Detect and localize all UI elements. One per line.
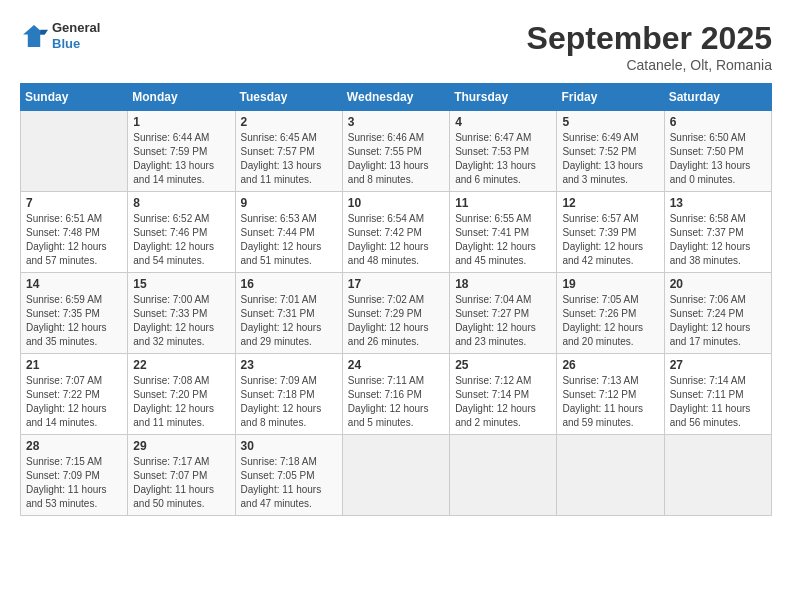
day-number: 25	[455, 358, 551, 372]
calendar-cell: 1Sunrise: 6:44 AM Sunset: 7:59 PM Daylig…	[128, 111, 235, 192]
day-info: Sunrise: 7:14 AM Sunset: 7:11 PM Dayligh…	[670, 374, 766, 430]
day-number: 22	[133, 358, 229, 372]
calendar-table: SundayMondayTuesdayWednesdayThursdayFrid…	[20, 83, 772, 516]
day-info: Sunrise: 6:49 AM Sunset: 7:52 PM Dayligh…	[562, 131, 658, 187]
day-info: Sunrise: 7:13 AM Sunset: 7:12 PM Dayligh…	[562, 374, 658, 430]
calendar-cell: 22Sunrise: 7:08 AM Sunset: 7:20 PM Dayli…	[128, 354, 235, 435]
day-info: Sunrise: 6:50 AM Sunset: 7:50 PM Dayligh…	[670, 131, 766, 187]
location: Catanele, Olt, Romania	[527, 57, 772, 73]
weekday-header-monday: Monday	[128, 84, 235, 111]
calendar-cell: 14Sunrise: 6:59 AM Sunset: 7:35 PM Dayli…	[21, 273, 128, 354]
day-info: Sunrise: 7:11 AM Sunset: 7:16 PM Dayligh…	[348, 374, 444, 430]
calendar-cell: 12Sunrise: 6:57 AM Sunset: 7:39 PM Dayli…	[557, 192, 664, 273]
day-info: Sunrise: 7:12 AM Sunset: 7:14 PM Dayligh…	[455, 374, 551, 430]
calendar-cell	[664, 435, 771, 516]
day-info: Sunrise: 6:57 AM Sunset: 7:39 PM Dayligh…	[562, 212, 658, 268]
calendar-cell: 10Sunrise: 6:54 AM Sunset: 7:42 PM Dayli…	[342, 192, 449, 273]
calendar-cell: 27Sunrise: 7:14 AM Sunset: 7:11 PM Dayli…	[664, 354, 771, 435]
day-number: 4	[455, 115, 551, 129]
calendar-cell: 3Sunrise: 6:46 AM Sunset: 7:55 PM Daylig…	[342, 111, 449, 192]
day-number: 1	[133, 115, 229, 129]
day-info: Sunrise: 6:52 AM Sunset: 7:46 PM Dayligh…	[133, 212, 229, 268]
calendar-cell: 28Sunrise: 7:15 AM Sunset: 7:09 PM Dayli…	[21, 435, 128, 516]
calendar-body: 1Sunrise: 6:44 AM Sunset: 7:59 PM Daylig…	[21, 111, 772, 516]
svg-marker-0	[23, 25, 45, 47]
calendar-cell: 2Sunrise: 6:45 AM Sunset: 7:57 PM Daylig…	[235, 111, 342, 192]
calendar-cell	[21, 111, 128, 192]
day-number: 29	[133, 439, 229, 453]
calendar-cell	[342, 435, 449, 516]
calendar-cell: 25Sunrise: 7:12 AM Sunset: 7:14 PM Dayli…	[450, 354, 557, 435]
day-info: Sunrise: 6:59 AM Sunset: 7:35 PM Dayligh…	[26, 293, 122, 349]
calendar-cell: 16Sunrise: 7:01 AM Sunset: 7:31 PM Dayli…	[235, 273, 342, 354]
day-number: 27	[670, 358, 766, 372]
day-number: 10	[348, 196, 444, 210]
day-number: 15	[133, 277, 229, 291]
day-info: Sunrise: 6:51 AM Sunset: 7:48 PM Dayligh…	[26, 212, 122, 268]
calendar-cell: 20Sunrise: 7:06 AM Sunset: 7:24 PM Dayli…	[664, 273, 771, 354]
weekday-header-sunday: Sunday	[21, 84, 128, 111]
calendar-week-5: 28Sunrise: 7:15 AM Sunset: 7:09 PM Dayli…	[21, 435, 772, 516]
logo-blue: Blue	[52, 36, 100, 52]
logo-general: General	[52, 20, 100, 36]
day-info: Sunrise: 7:09 AM Sunset: 7:18 PM Dayligh…	[241, 374, 337, 430]
month-title: September 2025	[527, 20, 772, 57]
day-number: 14	[26, 277, 122, 291]
day-info: Sunrise: 7:04 AM Sunset: 7:27 PM Dayligh…	[455, 293, 551, 349]
day-number: 13	[670, 196, 766, 210]
day-number: 3	[348, 115, 444, 129]
day-number: 19	[562, 277, 658, 291]
day-number: 12	[562, 196, 658, 210]
calendar-cell: 15Sunrise: 7:00 AM Sunset: 7:33 PM Dayli…	[128, 273, 235, 354]
calendar-week-1: 1Sunrise: 6:44 AM Sunset: 7:59 PM Daylig…	[21, 111, 772, 192]
calendar-cell: 24Sunrise: 7:11 AM Sunset: 7:16 PM Dayli…	[342, 354, 449, 435]
logo: General Blue	[20, 20, 100, 51]
calendar-cell: 9Sunrise: 6:53 AM Sunset: 7:44 PM Daylig…	[235, 192, 342, 273]
calendar-week-4: 21Sunrise: 7:07 AM Sunset: 7:22 PM Dayli…	[21, 354, 772, 435]
day-info: Sunrise: 6:47 AM Sunset: 7:53 PM Dayligh…	[455, 131, 551, 187]
day-number: 23	[241, 358, 337, 372]
day-number: 5	[562, 115, 658, 129]
weekday-header-thursday: Thursday	[450, 84, 557, 111]
logo-text: General Blue	[52, 20, 100, 51]
calendar-cell: 13Sunrise: 6:58 AM Sunset: 7:37 PM Dayli…	[664, 192, 771, 273]
calendar-cell: 18Sunrise: 7:04 AM Sunset: 7:27 PM Dayli…	[450, 273, 557, 354]
calendar-cell	[450, 435, 557, 516]
day-info: Sunrise: 6:55 AM Sunset: 7:41 PM Dayligh…	[455, 212, 551, 268]
calendar-cell: 21Sunrise: 7:07 AM Sunset: 7:22 PM Dayli…	[21, 354, 128, 435]
calendar-cell: 23Sunrise: 7:09 AM Sunset: 7:18 PM Dayli…	[235, 354, 342, 435]
day-info: Sunrise: 7:00 AM Sunset: 7:33 PM Dayligh…	[133, 293, 229, 349]
calendar-cell: 6Sunrise: 6:50 AM Sunset: 7:50 PM Daylig…	[664, 111, 771, 192]
weekday-header-saturday: Saturday	[664, 84, 771, 111]
calendar-cell: 29Sunrise: 7:17 AM Sunset: 7:07 PM Dayli…	[128, 435, 235, 516]
weekday-header-friday: Friday	[557, 84, 664, 111]
calendar-cell: 26Sunrise: 7:13 AM Sunset: 7:12 PM Dayli…	[557, 354, 664, 435]
day-info: Sunrise: 6:46 AM Sunset: 7:55 PM Dayligh…	[348, 131, 444, 187]
title-block: September 2025 Catanele, Olt, Romania	[527, 20, 772, 73]
day-info: Sunrise: 7:01 AM Sunset: 7:31 PM Dayligh…	[241, 293, 337, 349]
calendar-cell: 5Sunrise: 6:49 AM Sunset: 7:52 PM Daylig…	[557, 111, 664, 192]
calendar-header: SundayMondayTuesdayWednesdayThursdayFrid…	[21, 84, 772, 111]
day-info: Sunrise: 6:54 AM Sunset: 7:42 PM Dayligh…	[348, 212, 444, 268]
calendar-cell: 11Sunrise: 6:55 AM Sunset: 7:41 PM Dayli…	[450, 192, 557, 273]
day-number: 18	[455, 277, 551, 291]
calendar-cell	[557, 435, 664, 516]
day-info: Sunrise: 7:05 AM Sunset: 7:26 PM Dayligh…	[562, 293, 658, 349]
calendar-cell: 19Sunrise: 7:05 AM Sunset: 7:26 PM Dayli…	[557, 273, 664, 354]
calendar-cell: 4Sunrise: 6:47 AM Sunset: 7:53 PM Daylig…	[450, 111, 557, 192]
day-number: 8	[133, 196, 229, 210]
day-number: 7	[26, 196, 122, 210]
day-info: Sunrise: 7:02 AM Sunset: 7:29 PM Dayligh…	[348, 293, 444, 349]
calendar-cell: 7Sunrise: 6:51 AM Sunset: 7:48 PM Daylig…	[21, 192, 128, 273]
weekday-header-tuesday: Tuesday	[235, 84, 342, 111]
day-info: Sunrise: 6:44 AM Sunset: 7:59 PM Dayligh…	[133, 131, 229, 187]
day-number: 20	[670, 277, 766, 291]
calendar-week-3: 14Sunrise: 6:59 AM Sunset: 7:35 PM Dayli…	[21, 273, 772, 354]
day-number: 9	[241, 196, 337, 210]
calendar-cell: 30Sunrise: 7:18 AM Sunset: 7:05 PM Dayli…	[235, 435, 342, 516]
day-info: Sunrise: 7:07 AM Sunset: 7:22 PM Dayligh…	[26, 374, 122, 430]
page-header: General Blue September 2025 Catanele, Ol…	[20, 20, 772, 73]
weekday-header-wednesday: Wednesday	[342, 84, 449, 111]
logo-icon	[20, 22, 48, 50]
calendar-cell: 17Sunrise: 7:02 AM Sunset: 7:29 PM Dayli…	[342, 273, 449, 354]
